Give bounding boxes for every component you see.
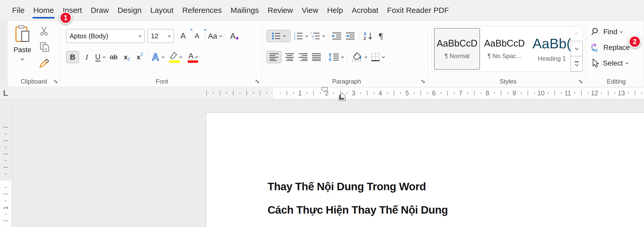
tab-references[interactable]: References	[178, 0, 226, 21]
horizontal-ruler: L 12345678910111213	[0, 87, 644, 100]
ruler-tick	[467, 92, 468, 94]
font-color-chevron-icon	[195, 55, 198, 58]
italic-button[interactable]: I	[81, 51, 92, 63]
strikethrough-button[interactable]: ab	[108, 51, 119, 63]
document-heading-2[interactable]: Cách Thực Hiện Thay Thế Nội Dung	[268, 204, 448, 216]
font-name-combobox[interactable]: Aptos (Body)	[66, 29, 144, 43]
clipboard-dialog-launcher[interactable]	[54, 79, 58, 84]
document-heading-1[interactable]: Thay Thế Nội Dung Trong Word	[268, 180, 426, 193]
subscript-icon: x	[124, 53, 127, 61]
clear-formatting-button[interactable]: A ◆	[227, 30, 238, 42]
paste-chevron-icon	[21, 57, 24, 60]
underline-button[interactable]: U	[95, 51, 106, 63]
chevron-down-icon	[575, 47, 578, 50]
tab-layout[interactable]: Layout	[146, 0, 178, 21]
find-button[interactable]: Find	[591, 25, 622, 38]
align-center-button[interactable]	[284, 51, 295, 63]
numbering-button[interactable]: 123	[294, 30, 308, 42]
italic-icon: I	[85, 53, 88, 61]
ruler-number: 3	[352, 88, 355, 98]
cut-button[interactable]	[38, 24, 51, 38]
tab-view[interactable]: View	[297, 0, 323, 21]
style-preview: AaBbCcD	[484, 38, 525, 49]
shrink-font-button[interactable]: A	[191, 30, 203, 42]
styles-group-label: Styles	[431, 78, 585, 85]
format-painter-button[interactable]	[38, 57, 51, 70]
show-hide-marks-button[interactable]: ¶	[375, 30, 387, 42]
style-card-nospac[interactable]: AaBbCcD¶ No Spac...	[482, 28, 527, 70]
tab-mailings[interactable]: Mailings	[226, 0, 263, 21]
paste-button[interactable]: Paste	[11, 24, 34, 75]
font-name-chevron-icon	[139, 34, 141, 37]
styles-scroll-up-button[interactable]	[571, 26, 582, 41]
text-effects-button[interactable]: A	[152, 51, 164, 63]
multilevel-list-button[interactable]: 1ai	[310, 30, 325, 42]
tab-stop-selector[interactable]: L	[3, 88, 8, 98]
tab-draw[interactable]: Draw	[86, 0, 113, 21]
change-case-chevron-icon	[219, 34, 222, 37]
left-indent-marker[interactable]	[336, 93, 348, 102]
highlight-button[interactable]	[168, 51, 183, 63]
document-page[interactable]: Thay Thế Nội Dung Trong WordCách Thực Hi…	[206, 112, 644, 227]
justify-button[interactable]	[311, 51, 322, 63]
editing-group-label: Editing	[588, 78, 644, 85]
paste-label: Paste	[13, 46, 31, 54]
ruler-band[interactable]: 12345678910111213	[13, 88, 644, 98]
ruler-tick	[333, 92, 334, 94]
styles-more-button[interactable]	[571, 56, 583, 71]
vertical-ruler[interactable]: 1	[0, 100, 11, 227]
tab-foxit-reader-pdf[interactable]: Foxit Reader PDF	[383, 0, 453, 21]
paragraph-dialog-launcher[interactable]	[421, 79, 426, 84]
align-left-button[interactable]	[267, 51, 281, 63]
ruler-tick	[601, 92, 602, 94]
subscript-button[interactable]: x2	[121, 51, 133, 63]
tab-design[interactable]: Design	[113, 0, 146, 21]
tab-acrobat[interactable]: Acrobat	[347, 0, 383, 21]
tab-file[interactable]: File	[8, 0, 29, 21]
tab-help[interactable]: Help	[323, 0, 347, 21]
ruler-tick	[253, 92, 254, 94]
ruler-tick	[374, 92, 374, 94]
font-color-button[interactable]: A	[186, 51, 200, 63]
tab-home[interactable]: Home	[29, 0, 58, 21]
font-size-combobox[interactable]: 12	[148, 29, 174, 43]
tab-review[interactable]: Review	[263, 0, 297, 21]
vertical-ruler-tick	[3, 167, 8, 168]
paragraph-group-label: Paragraph	[265, 78, 428, 85]
superscript-button[interactable]: x2	[134, 51, 145, 63]
document-area[interactable]: Thay Thế Nội Dung Trong WordCách Thực Hi…	[0, 100, 644, 227]
grow-font-icon: A	[181, 31, 186, 41]
ruler-tick	[206, 91, 207, 95]
sort-icon: A Z	[363, 32, 373, 40]
bold-button[interactable]: B	[66, 51, 79, 63]
change-case-button[interactable]: Aa	[208, 30, 222, 42]
increase-indent-button[interactable]	[345, 30, 356, 42]
styles-scroll-column	[571, 26, 582, 71]
styles-scroll-down-button[interactable]	[571, 41, 583, 56]
font-dialog-launcher[interactable]	[255, 79, 260, 84]
sort-button[interactable]: A Z	[362, 30, 374, 42]
ruler-tick	[280, 92, 280, 94]
first-line-indent-marker[interactable]	[321, 87, 328, 92]
styles-dialog-launcher[interactable]	[579, 79, 583, 84]
font-group-label: Font	[62, 78, 262, 85]
replace-button[interactable]: bcReplace	[591, 41, 630, 54]
shading-button[interactable]	[350, 51, 369, 63]
borders-button[interactable]	[371, 51, 384, 63]
copy-button[interactable]	[38, 40, 51, 54]
ruler-tick	[534, 92, 535, 94]
select-button[interactable]: Select	[591, 57, 628, 70]
decrease-indent-button[interactable]	[331, 30, 342, 42]
line-spacing-button[interactable]	[329, 51, 344, 63]
shading-icon	[352, 52, 362, 62]
multilevel-chevron-icon	[322, 34, 325, 37]
ruler-tick	[427, 92, 428, 94]
align-right-button[interactable]	[297, 51, 309, 63]
style-card-normal[interactable]: AaBbCcD¶ Normal	[434, 28, 480, 70]
grow-font-button[interactable]: A	[177, 30, 189, 42]
bullets-button[interactable]	[267, 30, 291, 42]
chevron-down-icon	[620, 30, 623, 33]
decrease-indent-icon	[332, 32, 342, 40]
ruler-tick	[494, 92, 495, 94]
style-card-heading1[interactable]: AaBb(Heading 1	[529, 28, 571, 70]
